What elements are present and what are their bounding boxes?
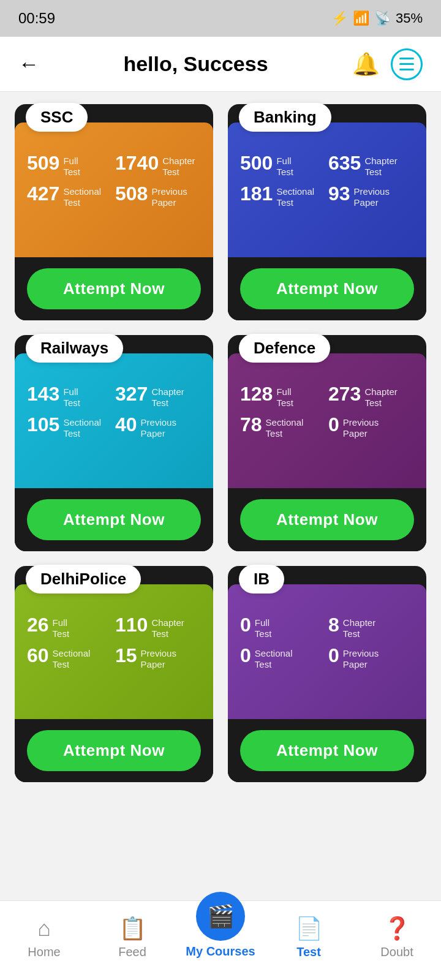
stats-grid-defence: 128 FullTest 273 ChapterTest 78 Sectiona…	[240, 384, 414, 439]
stat-item-banking-3: 93 PreviousPaper	[328, 184, 414, 208]
mycourses-icon: 🎬	[207, 903, 235, 929]
card-inner-banking: 500 FullTest 635 ChapterTest 181 Section…	[228, 123, 426, 257]
stat-label-defence-3: PreviousPaper	[343, 417, 379, 439]
bluetooth-icon: ⚡	[331, 10, 348, 26]
card-inner-ssc: 509 FullTest 1740 ChapterTest 427 Sectio…	[15, 123, 213, 257]
stat-number-banking-1: 635	[328, 153, 361, 173]
stat-number-delhipolice-1: 110	[115, 615, 148, 635]
nav-item-feed[interactable]: 📋 Feed	[88, 916, 176, 959]
card-footer-ssc: Attempt Now	[15, 257, 213, 320]
stat-label-ib-3: PreviousPaper	[343, 648, 379, 670]
stat-number-delhipolice-0: 26	[27, 615, 49, 635]
stat-number-defence-3: 0	[328, 415, 339, 434]
attempt-button-defence[interactable]: Attempt Now	[240, 499, 414, 540]
stat-item-railways-1: 327 ChapterTest	[115, 384, 201, 409]
stat-number-ib-0: 0	[240, 615, 251, 635]
stat-item-ssc-2: 427 SectionalTest	[27, 184, 113, 208]
stats-grid-railways: 143 FullTest 327 ChapterTest 105 Section…	[27, 384, 201, 439]
course-label-defence: Defence	[239, 334, 330, 363]
stat-label-ssc-3: PreviousPaper	[151, 186, 187, 208]
stats-grid-ssc: 509 FullTest 1740 ChapterTest 427 Sectio…	[27, 153, 201, 208]
stat-item-delhipolice-2: 60 SectionalTest	[27, 646, 113, 670]
menu-line-3	[399, 69, 414, 70]
wifi-icon: 📶	[353, 10, 369, 26]
nav-item-doubt[interactable]: ❓ Doubt	[353, 916, 441, 959]
card-footer-delhipolice: Attempt Now	[15, 719, 213, 782]
stat-number-ssc-0: 509	[27, 153, 59, 173]
stat-label-delhipolice-2: SectionalTest	[53, 648, 91, 670]
stat-item-defence-1: 273 ChapterTest	[328, 384, 414, 409]
nav-item-test[interactable]: 📄 Test	[265, 916, 353, 959]
course-card-railways: Railways 143 FullTest 327 ChapterTest 10…	[15, 335, 213, 551]
test-icon: 📄	[295, 916, 323, 941]
card-inner-railways: 143 FullTest 327 ChapterTest 105 Section…	[15, 353, 213, 488]
card-footer-ib: Attempt Now	[228, 719, 426, 782]
stat-number-banking-3: 93	[328, 184, 350, 203]
nav-label-test: Test	[296, 945, 321, 959]
attempt-button-ib[interactable]: Attempt Now	[240, 730, 414, 771]
stat-item-banking-2: 181 SectionalTest	[240, 184, 326, 208]
nav-item-mycourses[interactable]: 🎬 My Courses	[176, 892, 265, 959]
battery-level: 35%	[396, 10, 423, 26]
stat-item-delhipolice-1: 110 ChapterTest	[115, 615, 201, 639]
stat-number-ib-1: 8	[328, 615, 339, 635]
stat-label-ib-1: ChapterTest	[343, 617, 375, 639]
header-icons: 🔔	[352, 48, 423, 80]
stat-item-delhipolice-3: 15 PreviousPaper	[115, 646, 201, 670]
nav-label-mycourses: My Courses	[186, 944, 255, 959]
course-label-railways: Railways	[26, 334, 123, 363]
notification-bell-icon[interactable]: 🔔	[352, 51, 380, 77]
stat-label-railways-1: ChapterTest	[151, 386, 184, 409]
stats-grid-banking: 500 FullTest 635 ChapterTest 181 Section…	[240, 153, 414, 208]
card-footer-defence: Attempt Now	[228, 488, 426, 551]
stat-label-defence-2: SectionalTest	[266, 417, 304, 439]
attempt-button-ssc[interactable]: Attempt Now	[27, 268, 201, 309]
attempt-button-banking[interactable]: Attempt Now	[240, 268, 414, 309]
stat-label-banking-1: ChapterTest	[364, 156, 397, 178]
course-card-ssc: SSC 509 FullTest 1740 ChapterTest 427	[15, 104, 213, 320]
stat-item-ib-0: 0 FullTest	[240, 615, 326, 639]
doubt-icon: ❓	[383, 916, 411, 941]
stat-label-ib-0: FullTest	[255, 617, 272, 639]
stat-item-ib-1: 8 ChapterTest	[328, 615, 414, 639]
stat-number-ssc-1: 1740	[115, 153, 159, 173]
signal-icon: 📡	[374, 10, 391, 26]
card-inner-delhipolice: 26 FullTest 110 ChapterTest 60 Sectional…	[15, 584, 213, 719]
stat-item-ib-2: 0 SectionalTest	[240, 646, 326, 670]
attempt-button-delhipolice[interactable]: Attempt Now	[27, 730, 201, 771]
card-footer-railways: Attempt Now	[15, 488, 213, 551]
card-inner-defence: 128 FullTest 273 ChapterTest 78 Sectiona…	[228, 353, 426, 488]
header-title: hello, Success	[123, 52, 268, 76]
stat-number-banking-0: 500	[240, 153, 273, 173]
stat-number-railways-2: 105	[27, 415, 59, 434]
stat-label-ib-2: SectionalTest	[255, 648, 293, 670]
status-time: 00:59	[18, 10, 55, 27]
stat-number-railways-0: 143	[27, 384, 59, 404]
stat-label-railways-0: FullTest	[63, 386, 80, 409]
stat-item-railways-2: 105 SectionalTest	[27, 415, 113, 439]
back-button[interactable]: ←	[18, 52, 39, 76]
stat-number-railways-1: 327	[115, 384, 148, 404]
stat-item-ib-3: 0 PreviousPaper	[328, 646, 414, 670]
stat-label-ssc-2: SectionalTest	[63, 186, 101, 208]
stat-number-defence-1: 273	[328, 384, 361, 404]
stat-label-banking-3: PreviousPaper	[354, 186, 390, 208]
nav-label-feed: Feed	[118, 945, 146, 959]
nav-label-home: Home	[28, 945, 60, 959]
stat-item-ssc-1: 1740 ChapterTest	[115, 153, 201, 178]
stat-number-banking-2: 181	[240, 184, 273, 203]
stat-item-delhipolice-0: 26 FullTest	[27, 615, 113, 639]
feed-icon: 📋	[119, 916, 146, 941]
attempt-button-railways[interactable]: Attempt Now	[27, 499, 201, 540]
stat-number-delhipolice-2: 60	[27, 646, 49, 665]
stat-item-railways-0: 143 FullTest	[27, 384, 113, 409]
nav-item-home[interactable]: ⌂ Home	[0, 916, 88, 959]
stat-item-defence-3: 0 PreviousPaper	[328, 415, 414, 439]
course-label-banking: Banking	[239, 103, 331, 132]
stat-number-ssc-2: 427	[27, 184, 59, 203]
stat-label-delhipolice-3: PreviousPaper	[141, 648, 176, 670]
stat-item-railways-3: 40 PreviousPaper	[115, 415, 201, 439]
menu-button[interactable]	[391, 48, 423, 80]
stat-label-railways-3: PreviousPaper	[141, 417, 176, 439]
stat-item-ssc-3: 508 PreviousPaper	[115, 184, 201, 208]
